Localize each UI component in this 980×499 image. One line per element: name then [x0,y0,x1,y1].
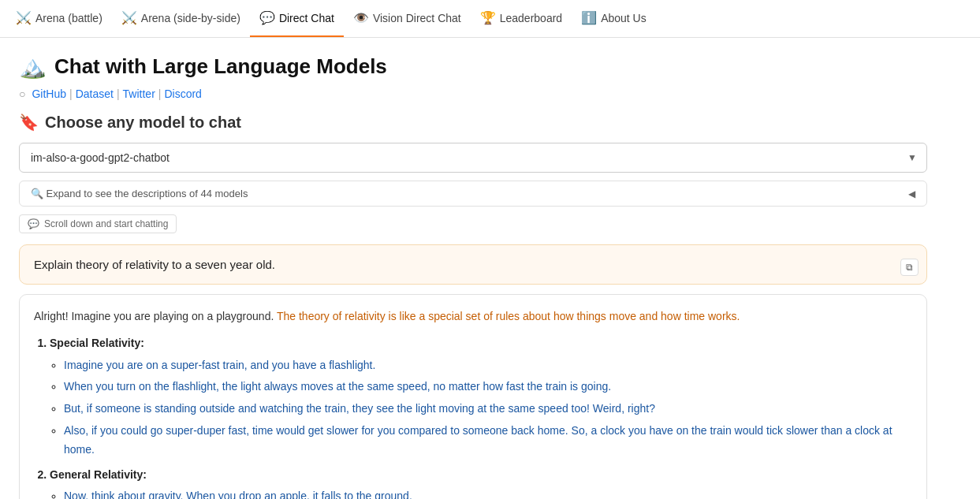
arena-side-icon: ⚔️ [121,10,137,25]
assistant-message: Alright! Imagine you are playing on a pl… [19,294,927,499]
links-row: ○ GitHub | Dataset | Twitter | Discord [19,88,927,100]
sep-2: | [117,88,120,100]
bullet-2-1: Now, think about gravity. When you drop … [64,487,912,499]
section-2: General Relativity: Now, think about gra… [50,466,912,499]
bullet-1-2: When you turn on the flashlight, the lig… [64,378,912,397]
link-twitter[interactable]: Twitter [123,88,155,100]
bullet-text-1-1: Imagine you are on a super-fast train, a… [64,359,375,371]
vision-icon: 👁️ [353,10,369,25]
arena-battle-icon: ⚔️ [16,10,32,25]
section-1: Special Relativity: Imagine you are on a… [50,334,912,460]
link-github[interactable]: GitHub [32,88,66,100]
bullet-1-3: But, if someone is standing outside and … [64,400,912,419]
sections-list: Special Relativity: Imagine you are on a… [34,334,912,499]
nav-label-vision-direct: Vision Direct Chat [373,12,461,24]
section-1-title: Special Relativity: [50,337,144,349]
mountain-icon: 🏔️ [19,54,47,80]
section-2-bullets: Now, think about gravity. When you drop … [50,487,912,499]
link-dataset[interactable]: Dataset [76,88,114,100]
nav-label-arena-side: Arena (side-by-side) [141,12,240,24]
intro-highlight: The theory of relativity is like a speci… [274,310,740,322]
nav-item-direct-chat[interactable]: 💬 Direct Chat [250,0,344,37]
nav-label-direct-chat: Direct Chat [279,12,334,24]
bullet-text-1-4: Also, if you could go super-duper fast, … [64,424,892,456]
page-title: 🏔️ Chat with Large Language Models [19,54,927,80]
scroll-hint: 💬 Scroll down and start chatting [19,214,177,233]
about-icon: ℹ️ [581,10,597,25]
bullet-icon: ○ [19,88,25,100]
bullet-text-1-2: When you turn on the flashlight, the lig… [64,380,611,393]
bullet-text-2-1: Now, think about gravity. When you drop … [64,490,412,499]
scroll-hint-text: Scroll down and start chatting [44,218,168,229]
user-message-text: Explain theory of relativity to a seven … [34,258,275,271]
nav-bar: ⚔️ Arena (battle) ⚔️ Arena (side-by-side… [0,0,980,38]
intro-part1: Alright! Imagine you are playing on a pl… [34,310,274,322]
bullet-1-1: Imagine you are on a super-fast train, a… [64,356,912,375]
sep-1: | [69,88,73,100]
nav-label-arena-battle: Arena (battle) [35,12,102,24]
nav-item-leaderboard[interactable]: 🏆 Leaderboard [471,0,572,37]
section-1-bullets: Imagine you are on a super-fast train, a… [50,356,912,460]
expand-models-row[interactable]: 🔍 Expand to see the descriptions of 44 m… [19,181,927,207]
copy-button[interactable]: ⧉ [900,259,919,276]
user-message: Explain theory of relativity to a seven … [19,244,927,285]
chat-hint-icon: 💬 [28,218,39,229]
expand-label: 🔍 Expand to see the descriptions of 44 m… [31,188,248,199]
model-dropdown[interactable]: im-also-a-good-gpt2-chatbot [20,143,926,172]
bookmark-icon: 🔖 [19,113,39,132]
nav-item-arena-battle[interactable]: ⚔️ Arena (battle) [6,0,112,37]
link-discord[interactable]: Discord [164,88,201,100]
nav-item-about[interactable]: ℹ️ About Us [572,0,656,37]
chat-area: im-also-a-good-gpt2-chatbot ▼ 🔍 Expand t… [19,143,927,499]
assistant-intro: Alright! Imagine you are playing on a pl… [34,307,912,326]
section-2-title: General Relativity: [50,468,147,481]
section-title: 🔖 Choose any model to chat [19,113,927,132]
bullet-text-1-3: But, if someone is standing outside and … [64,402,655,415]
bullet-1-4: Also, if you could go super-duper fast, … [64,422,912,460]
sep-3: | [158,88,162,100]
model-dropdown-wrapper: im-also-a-good-gpt2-chatbot ▼ [19,143,927,173]
direct-chat-icon: 💬 [259,10,275,25]
leaderboard-icon: 🏆 [480,10,496,25]
main-content: 🏔️ Chat with Large Language Models ○ Git… [0,38,946,499]
copy-icon: ⧉ [906,262,913,273]
nav-item-arena-side[interactable]: ⚔️ Arena (side-by-side) [112,0,250,37]
nav-label-about: About Us [601,12,647,24]
expand-arrow-icon: ◀ [908,188,915,199]
nav-item-vision-direct[interactable]: 👁️ Vision Direct Chat [344,0,471,37]
nav-label-leaderboard: Leaderboard [500,12,562,24]
